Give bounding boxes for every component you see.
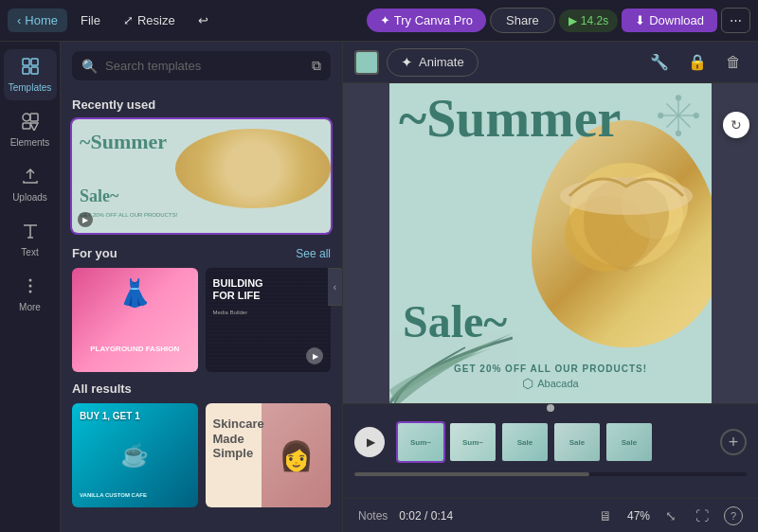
template-summer-sale-recent[interactable]: ~Summer Sale~ GET 20% OFF ALL OUR PRODUC…: [72, 119, 331, 233]
all-results-grid: ☕ BUY 1, GET 1 VANILLA CUSTOM CAFE 👩 Ski…: [72, 403, 331, 507]
for-you-title: For you: [72, 246, 117, 260]
monitor-icon[interactable]: 🖥: [595, 505, 616, 527]
svg-line-16: [667, 104, 679, 116]
canvas-area: ✦ Animate 🔧 🔒 🗑: [343, 42, 758, 532]
templates-icon: [21, 57, 40, 80]
svg-rect-3: [31, 67, 38, 74]
svg-rect-0: [23, 59, 29, 65]
sidebar-item-more[interactable]: More: [4, 269, 57, 320]
skincare-label: SkincareMadeSimple: [213, 417, 264, 461]
sidebar-item-uploads[interactable]: Uploads: [4, 159, 57, 210]
canvas-design[interactable]: ~Summer Sale~ GET 20% OFF ALL OUR P: [389, 83, 712, 403]
resize-button[interactable]: ⤢ Resize: [114, 9, 185, 32]
svg-point-26: [560, 177, 693, 215]
timeline-frame-1[interactable]: Sum~: [396, 421, 445, 463]
uploads-icon: [21, 167, 40, 189]
svg-point-9: [28, 285, 31, 288]
svg-marker-6: [30, 123, 38, 131]
share-button[interactable]: Share: [490, 8, 555, 33]
filter-icon[interactable]: ⧉: [312, 58, 321, 74]
svg-point-22: [659, 114, 663, 118]
timeline-scrollbar[interactable]: [354, 472, 747, 476]
panel-collapse-button[interactable]: ‹: [328, 268, 343, 306]
svg-rect-5: [30, 114, 38, 121]
svg-line-17: [678, 115, 691, 128]
timeline-scrollbar-thumb: [354, 472, 589, 476]
add-frame-button[interactable]: +: [720, 429, 747, 455]
photo-content: [532, 120, 712, 347]
timeline-top: ▶ Sum~ Sum~: [343, 412, 758, 472]
topbar: ‹ Home File ⤢ Resize ↩ ✦ Try Canva Pro S…: [0, 0, 758, 42]
download-icon: ⬇: [635, 13, 645, 27]
bottom-bar: Notes 0:02 / 0:14 🖥 47% ⤡ ⛶ ?: [343, 498, 758, 532]
svg-rect-2: [23, 67, 29, 74]
sidebar-item-elements[interactable]: Elements: [4, 104, 57, 155]
svg-point-10: [28, 291, 31, 293]
design-promo-text: GET 20% OFF ALL OUR PRODUCTS!: [389, 364, 712, 374]
svg-point-19: [677, 96, 681, 100]
elements-icon: [21, 112, 40, 134]
zoom-display[interactable]: 47%: [627, 509, 650, 523]
refresh-handle[interactable]: ↻: [723, 112, 749, 138]
timeline-frame-5[interactable]: Sale: [605, 421, 654, 463]
template-buy-1-get-1[interactable]: ☕ BUY 1, GET 1 VANILLA CUSTOM CAFE: [72, 403, 198, 507]
try-canva-pro-button[interactable]: ✦ Try Canva Pro: [367, 9, 486, 32]
design-brand: ⬡ Abacada: [389, 376, 712, 391]
svg-point-20: [694, 114, 698, 118]
template-skincare-made-simple[interactable]: 👩 SkincareMadeSimple: [206, 403, 332, 507]
download-button[interactable]: ⬇ Download: [622, 9, 717, 32]
design-summer-text: ~Summer: [399, 92, 621, 145]
expand-icon[interactable]: ⤡: [661, 505, 680, 527]
timeline-frame-3[interactable]: Sale: [500, 421, 550, 463]
design-background: ~Summer Sale~ GET 20% OFF ALL OUR P: [389, 83, 712, 403]
star-icon: ✦: [380, 13, 390, 27]
home-button[interactable]: ‹ Home: [8, 9, 67, 32]
notes-label[interactable]: Notes: [358, 509, 388, 523]
file-button[interactable]: File: [71, 9, 110, 32]
fullscreen-icon[interactable]: ⛶: [692, 505, 713, 527]
template-panel: 🔍 ⧉ Recently used ~Summer Sale~ GET 20% …: [61, 42, 343, 532]
more-options-button[interactable]: ⋯: [721, 8, 750, 33]
sidebar-item-text[interactable]: Text: [4, 214, 57, 265]
recently-used-grid: ~Summer Sale~ GET 20% OFF ALL OUR PRODUC…: [72, 119, 331, 233]
animate-button[interactable]: ✦ Animate: [387, 48, 478, 77]
template-building-for-life[interactable]: BUILDINGFOR LIFE Media Builder ▶: [206, 268, 332, 372]
svg-rect-7: [23, 123, 30, 129]
sidebar-item-templates[interactable]: Templates: [4, 49, 57, 100]
undo-icon: ↩: [198, 13, 208, 27]
svg-rect-1: [31, 59, 38, 65]
text-icon: [21, 222, 40, 244]
play-button[interactable]: ▶: [354, 427, 385, 457]
search-bar: 🔍 ⧉: [72, 51, 331, 80]
svg-point-21: [677, 131, 681, 135]
chevron-left-icon: ‹: [17, 13, 21, 27]
template-playground-fashion[interactable]: 👗 playground fashion: [72, 268, 198, 372]
lock-icon: 🔒: [688, 54, 707, 70]
help-icon[interactable]: ?: [724, 506, 743, 525]
timeline-frame-4[interactable]: Sale: [552, 421, 602, 463]
lock-button[interactable]: 🔒: [682, 49, 713, 75]
wrench-button[interactable]: 🔧: [644, 49, 675, 75]
search-icon: 🔍: [81, 59, 98, 74]
svg-line-15: [678, 104, 691, 116]
time-display: 0:02 / 0:14: [399, 509, 453, 523]
timeline: ▶ Sum~ Sum~: [343, 403, 758, 498]
recently-used-title: Recently used: [72, 98, 331, 112]
resize-icon: ⤢: [123, 13, 134, 27]
main-layout: Templates Elements Uploads: [0, 42, 758, 532]
search-input[interactable]: [105, 59, 304, 73]
delete-button[interactable]: 🗑: [720, 50, 747, 75]
timer-button[interactable]: ▶ 14.2s: [559, 9, 618, 32]
wrench-icon: 🔧: [650, 54, 669, 70]
timeline-frame-2[interactable]: Sum~: [448, 421, 497, 463]
color-swatch[interactable]: [354, 50, 379, 75]
brand-icon: ⬡: [522, 376, 533, 391]
playground-label: playground fashion: [74, 345, 196, 353]
for-you-header: For you See all: [72, 246, 331, 260]
building-title: BUILDINGFOR LIFE: [213, 277, 263, 302]
undo-button[interactable]: ↩: [189, 9, 218, 32]
see-all-button[interactable]: See all: [296, 247, 331, 260]
svg-line-18: [667, 115, 679, 128]
for-you-grid: 👗 playground fashion BUILDINGFOR LIFE Me…: [72, 268, 331, 372]
animate-icon: ✦: [401, 54, 413, 71]
